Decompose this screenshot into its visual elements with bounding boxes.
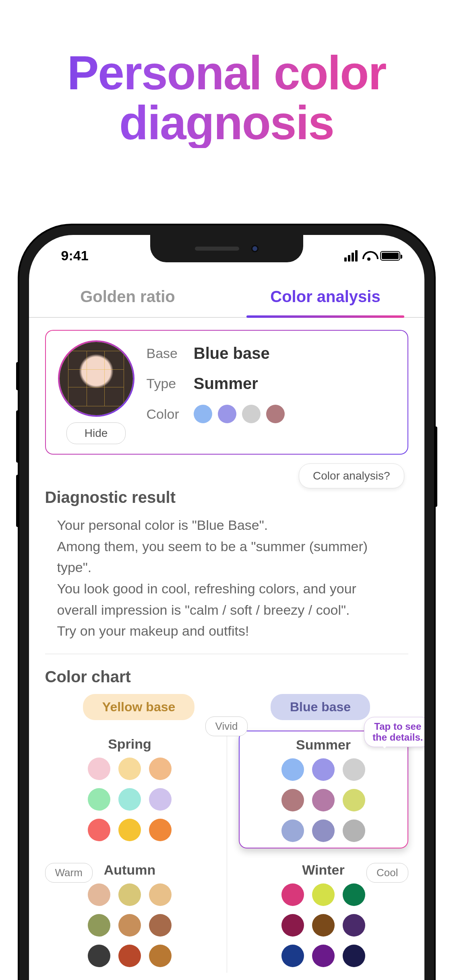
color-chart: Yellow base Blue base Vivid Warm Cool Sp…	[45, 694, 408, 973]
swatch	[149, 945, 172, 967]
swatch	[88, 758, 110, 780]
promo-title: Personal colordiagnosis	[0, 0, 453, 148]
tooltip: Tap to seethe details.	[364, 717, 424, 747]
swatch	[149, 788, 172, 811]
swatch	[118, 945, 141, 967]
swatch	[88, 819, 110, 841]
avatar[interactable]	[58, 340, 134, 417]
hide-button[interactable]: Hide	[66, 422, 126, 444]
status-time: 9:41	[53, 248, 89, 264]
battery-icon	[380, 251, 400, 261]
color-swatches	[194, 405, 395, 423]
type-label: Type	[147, 376, 179, 391]
swatch	[218, 405, 236, 423]
swatch	[312, 789, 335, 811]
cellular-icon	[344, 250, 358, 261]
swatch	[312, 914, 335, 937]
blue-base-pill: Blue base	[271, 694, 370, 720]
phone-frame: 9:41 Golden ratio Color analysis Hide	[19, 225, 434, 980]
swatch	[281, 883, 304, 906]
swatch	[118, 788, 141, 811]
swatch	[281, 789, 304, 811]
power-button	[434, 426, 437, 507]
swatch	[88, 788, 110, 811]
swatch	[266, 405, 285, 423]
swatch	[343, 883, 365, 906]
swatch	[343, 789, 365, 811]
season-summer[interactable]: Tap to seethe details. Summer	[239, 731, 408, 848]
base-label: Base	[147, 346, 179, 361]
axis-vivid: Vivid	[205, 716, 248, 736]
swatch	[118, 819, 141, 841]
axis-cool: Cool	[366, 863, 408, 883]
result-card: Hide Base Blue base Type Summer Color	[45, 330, 408, 455]
wifi-icon	[362, 251, 375, 261]
swatch	[281, 945, 304, 967]
swatch	[312, 819, 335, 842]
swatch	[149, 819, 172, 841]
volume-down-button	[16, 475, 19, 527]
mute-switch	[16, 362, 19, 390]
swatch	[88, 883, 110, 906]
swatch	[343, 914, 365, 937]
swatch	[149, 914, 172, 937]
swatch	[194, 405, 212, 423]
type-value: Summer	[194, 375, 395, 393]
tab-color-analysis[interactable]: Color analysis	[227, 276, 424, 317]
swatch	[312, 758, 335, 781]
notch	[150, 235, 303, 262]
yellow-base-pill: Yellow base	[83, 694, 194, 720]
diagnostic-title: Diagnostic result	[45, 488, 408, 506]
swatch	[312, 945, 335, 967]
diagnostic-body: Your personal color is "Blue Base".Among…	[45, 515, 408, 654]
axis-warm: Warm	[45, 863, 93, 883]
swatch	[281, 819, 304, 842]
color-label: Color	[147, 406, 179, 422]
swatch	[242, 405, 261, 423]
swatch	[149, 758, 172, 780]
swatch	[343, 945, 365, 967]
chart-title: Color chart	[45, 668, 408, 686]
volume-up-button	[16, 410, 19, 463]
swatch	[118, 758, 141, 780]
swatch	[343, 758, 365, 781]
tab-bar: Golden ratio Color analysis	[29, 276, 424, 318]
tab-golden-ratio[interactable]: Golden ratio	[29, 276, 227, 317]
spring-title: Spring	[49, 736, 211, 752]
help-button[interactable]: Color analysis?	[299, 463, 404, 488]
swatch	[118, 914, 141, 937]
season-spring[interactable]: Spring	[45, 731, 215, 848]
swatch	[118, 883, 141, 906]
swatch	[281, 758, 304, 781]
base-value: Blue base	[194, 344, 395, 362]
swatch	[149, 883, 172, 906]
swatch	[88, 945, 110, 967]
swatch	[312, 883, 335, 906]
swatch	[281, 914, 304, 937]
swatch	[88, 914, 110, 937]
swatch	[343, 819, 365, 842]
